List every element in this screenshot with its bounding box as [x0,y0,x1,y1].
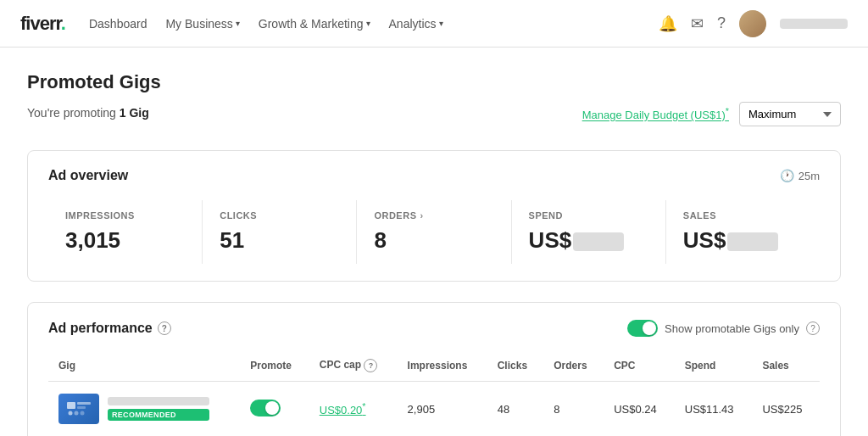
help-icon[interactable]: ? [717,14,726,32]
ad-overview-title: Ad overview [48,168,128,183]
gig-title-blur [108,397,209,405]
promote-cell-1 [240,382,309,437]
ad-performance-title: Ad performance ? [48,321,171,336]
cpc-cell-1: US$0.24 [604,382,675,437]
recommended-badge: RECOMMENDED [108,409,209,421]
stat-spend: SPEND US$ [512,200,666,264]
cpc-help-icon[interactable]: ? [364,359,377,372]
col-sales: Sales [752,350,820,382]
nav-my-business[interactable]: My Business ▾ [165,17,239,31]
svg-rect-2 [77,406,86,409]
ad-overview-card: Ad overview 🕐 25m IMPRESSIONS 3,015 CLIC… [27,150,841,282]
svg-point-5 [81,411,85,416]
clicks-cell-1: 48 [487,382,544,437]
col-promote: Promote [240,350,309,382]
nav-growth-marketing[interactable]: Growth & Marketing ▾ [259,17,370,31]
impressions-value: 3,015 [65,227,185,254]
chevron-down-icon: ▾ [236,19,240,28]
spend-blur [573,232,624,251]
cpc-cap-cell-1: US$0.20* [309,382,398,437]
stats-row: IMPRESSIONS 3,015 CLICKS 51 ORDERS › 8 [48,200,820,264]
mail-icon[interactable]: ✉ [691,14,704,33]
chevron-down-icon: ▾ [366,19,370,28]
promotable-help-icon[interactable]: ? [806,321,820,335]
col-cpc: CPC [604,350,675,382]
ad-performance-card: Ad performance ? Show promotable Gigs on… [27,302,841,436]
show-promotable-toggle[interactable] [627,320,658,337]
budget-select[interactable]: Maximum Custom [739,102,841,126]
col-spend: Spend [675,350,753,382]
stat-orders: ORDERS › 8 [357,200,511,264]
col-impressions: Impressions [398,350,487,382]
sales-cell-1: US$225 [752,382,820,437]
gig-cell-1: RECOMMENDED [48,382,240,437]
bell-icon[interactable]: 🔔 [659,14,677,33]
stat-impressions: IMPRESSIONS 3,015 [48,200,203,264]
manage-budget-link[interactable]: Manage Daily Budget (US$1)* [582,106,729,121]
subtitle: You're promoting 1 Gig [27,106,149,120]
promote-toggle-1[interactable] [250,400,281,416]
col-gig: Gig [48,350,240,382]
avatar[interactable] [739,10,766,37]
perf-header: Ad performance ? Show promotable Gigs on… [48,320,820,337]
main-content: Promoted Gigs You're promoting 1 Gig Man… [0,48,868,436]
performance-table: Gig Promote CPC cap ? Impressions Clicks… [48,350,820,436]
table-header-row: Gig Promote CPC cap ? Impressions Clicks… [48,350,820,382]
spend-cell-1: US$11.43 [675,382,753,437]
spend-value: US$ [529,227,648,254]
stat-clicks: CLICKS 51 [203,200,357,264]
cpc-cap-link-1[interactable]: US$0.20* [320,404,366,416]
clicks-value: 51 [220,227,339,254]
nav-analytics[interactable]: Analytics ▾ [389,17,443,31]
col-clicks: Clicks [487,350,544,382]
orders-cell-1: 8 [543,382,604,437]
table-head: Gig Promote CPC cap ? Impressions Clicks… [48,350,820,382]
nav-dashboard[interactable]: Dashboard [89,17,147,31]
impressions-cell-1: 2,905 [398,382,487,437]
time-badge: 🕐 25m [780,169,820,182]
orders-info-icon[interactable]: › [420,210,423,221]
page-title: Promoted Gigs [27,71,841,93]
avatar-image [739,10,766,37]
orders-value: 8 [374,227,493,254]
logo[interactable]: fiverr. [20,13,65,35]
svg-rect-1 [77,402,91,405]
nav-right: 🔔 ✉ ? [659,10,848,37]
clock-icon: 🕐 [780,169,794,182]
svg-point-4 [75,411,79,416]
username [780,19,848,29]
card-header: Ad overview 🕐 25m [48,168,820,183]
stat-sales: SALES US$ [666,200,820,264]
promo-header: Manage Daily Budget (US$1)* Maximum Cust… [582,102,841,126]
table-body: RECOMMENDED US$0.20* 2,905 [48,382,820,437]
nav-links: Dashboard My Business ▾ Growth & Marketi… [89,17,659,31]
sales-blur [727,232,778,251]
perf-right: Show promotable Gigs only ? [627,320,820,337]
gig-thumbnail-1 [58,394,99,424]
svg-rect-0 [67,402,75,409]
help-icon[interactable]: ? [158,321,171,335]
col-cpc-cap: CPC cap ? [309,350,398,382]
chevron-down-icon: ▾ [439,19,443,28]
navbar: fiverr. Dashboard My Business ▾ Growth &… [0,0,868,48]
sales-value: US$ [683,227,803,254]
gig-thumb-icon [65,399,92,419]
svg-point-3 [69,411,73,416]
col-orders: Orders [543,350,604,382]
table-row: RECOMMENDED US$0.20* 2,905 [48,382,820,437]
